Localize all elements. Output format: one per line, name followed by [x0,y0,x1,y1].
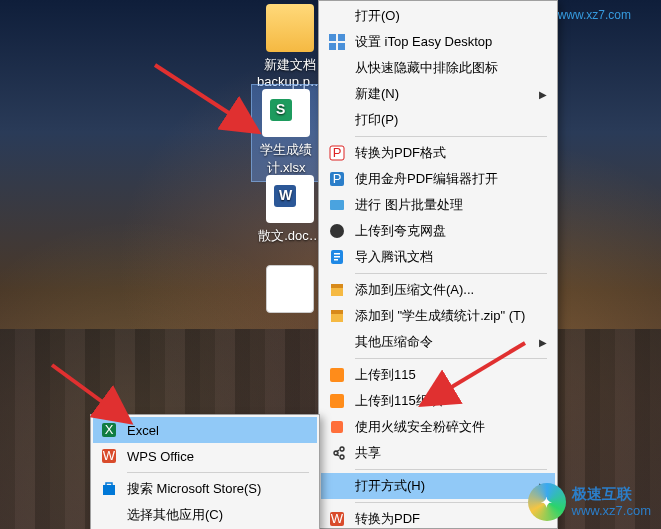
menu-separator [355,358,547,359]
menu-to-pdf[interactable]: P 转换为PDF格式 [321,140,555,166]
svg-rect-17 [331,310,343,314]
svg-text:P: P [333,145,342,160]
watermark-brand-name: 极速互联 [572,484,651,504]
menu-label: 打印(P) [355,111,398,129]
menu-label: 使用金舟PDF编辑器打开 [355,170,498,188]
blank-file-icon [266,265,314,313]
chevron-right-icon: ▶ [539,89,547,100]
chevron-right-icon: ▶ [539,337,547,348]
store-icon [99,479,119,499]
doc-icon [266,175,314,223]
file-label: 散文.doc… [255,227,325,245]
submenu-store[interactable]: 搜索 Microsoft Store(S) [93,476,317,502]
grid-icon [327,32,347,52]
file-label: 学生成绩计.xlsx [256,141,316,177]
svg-point-9 [330,224,344,238]
file-doc[interactable]: 散文.doc… [255,175,325,245]
svg-text:W: W [103,448,116,463]
menu-tencent-docs[interactable]: 导入腾讯文档 [321,244,555,270]
excel-icon: X [99,420,119,440]
file-xlsx[interactable]: 学生成绩计.xlsx [251,84,321,182]
svg-rect-11 [334,253,340,255]
svg-rect-12 [334,256,340,258]
shred-icon [327,417,347,437]
menu-jinzhou-pdf[interactable]: P 使用金舟PDF编辑器打开 [321,166,555,192]
menu-label: WPS Office [127,449,194,464]
menu-kuake[interactable]: 上传到夸克网盘 [321,218,555,244]
menu-label: Excel [127,423,159,438]
menu-add-named-zip[interactable]: 添加到 "学生成绩统计.zip" (T) [321,303,555,329]
115-org-icon [327,391,347,411]
menu-label: 转换为PDF格式 [355,144,446,162]
watermark-brand-url: www.xz7.com [572,503,651,520]
image-batch-icon [327,195,347,215]
menu-open-with[interactable]: 打开方式(H)▶ [321,473,555,499]
submenu-other-app[interactable]: 选择其他应用(C) [93,502,317,528]
menu-exclude[interactable]: 从快速隐藏中排除此图标 [321,55,555,81]
menu-itop[interactable]: 设置 iTop Easy Desktop [321,29,555,55]
menu-label: 上传到115组织 [355,392,442,410]
menu-batch-img[interactable]: 进行 图片批量处理 [321,192,555,218]
menu-label: 进行 图片批量处理 [355,196,463,214]
watermark-url: www.xz7.com [558,8,631,22]
menu-wps-to-pdf[interactable]: W 转换为PDF [321,506,555,529]
menu-upload-115-org[interactable]: 上传到115组织 [321,388,555,414]
115-icon [327,365,347,385]
watermark-logo-icon: ✦ [528,483,566,521]
menu-other-zip[interactable]: 其他压缩命令▶ [321,329,555,355]
menu-upload-115[interactable]: 上传到115 [321,362,555,388]
menu-label: 搜索 Microsoft Store(S) [127,480,261,498]
svg-rect-3 [338,43,345,50]
svg-text:P: P [333,171,342,186]
menu-label: 选择其他应用(C) [127,506,223,524]
watermark-text: 极速互联 www.xz7.com [572,484,651,520]
svg-text:W: W [331,511,344,526]
file-folder[interactable]: 新建文档backup.p… [255,4,325,89]
svg-rect-19 [330,394,344,408]
menu-label: 从快速隐藏中排除此图标 [355,59,498,77]
menu-label: 上传到115 [355,366,416,384]
svg-rect-8 [330,200,344,210]
svg-rect-15 [331,284,343,288]
menu-label: 使用火绒安全粉碎文件 [355,418,485,436]
svg-rect-1 [338,34,345,41]
xlsx-icon [262,89,310,137]
menu-separator [127,472,309,473]
menu-label: 打开(O) [355,7,400,25]
menu-label: 添加到 "学生成绩统计.zip" (T) [355,307,525,325]
pdf-icon: P [327,143,347,163]
menu-separator [355,469,547,470]
svg-text:X: X [105,422,114,437]
context-menu-open-with: X Excel W WPS Office 搜索 Microsoft Store(… [90,414,320,529]
wps-icon: W [99,446,119,466]
svg-rect-18 [330,368,344,382]
menu-new[interactable]: 新建(N)▶ [321,81,555,107]
menu-separator [355,136,547,137]
submenu-wps[interactable]: W WPS Office [93,443,317,469]
tencent-docs-icon [327,247,347,267]
menu-label: 上传到夸克网盘 [355,222,446,240]
share-icon [327,443,347,463]
menu-add-zip[interactable]: 添加到压缩文件(A)... [321,277,555,303]
wps-icon: W [327,509,347,529]
menu-share[interactable]: 共享 [321,440,555,466]
svg-rect-13 [334,259,338,261]
menu-print[interactable]: 打印(P) [321,107,555,133]
file-blank[interactable] [255,265,325,317]
menu-separator [355,273,547,274]
context-menu-main: 打开(O) 设置 iTop Easy Desktop 从快速隐藏中排除此图标 新… [318,0,558,529]
svg-rect-20 [331,421,343,433]
archive-icon [327,280,347,300]
menu-label: 转换为PDF [355,510,420,528]
menu-open[interactable]: 打开(O) [321,3,555,29]
menu-label: 导入腾讯文档 [355,248,433,266]
menu-label: 共享 [355,444,381,462]
submenu-excel[interactable]: X Excel [93,417,317,443]
svg-rect-0 [329,34,336,41]
watermark-brand: ✦ 极速互联 www.xz7.com [528,483,651,521]
menu-label: 添加到压缩文件(A)... [355,281,474,299]
svg-rect-2 [329,43,336,50]
menu-huorong-shred[interactable]: 使用火绒安全粉碎文件 [321,414,555,440]
cloud-upload-icon [327,221,347,241]
svg-rect-34 [103,485,115,495]
